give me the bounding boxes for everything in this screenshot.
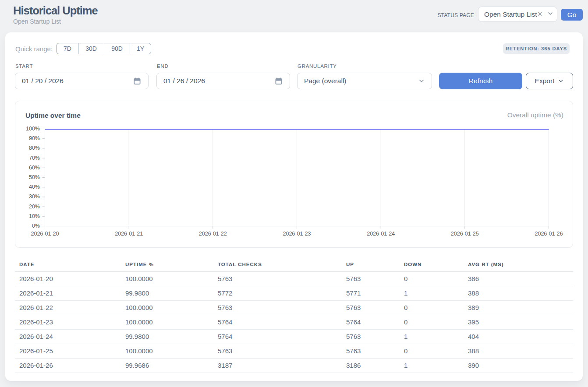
svg-text:40%: 40%	[29, 184, 40, 190]
svg-text:2026-01-24: 2026-01-24	[367, 231, 395, 237]
svg-text:0%: 0%	[32, 223, 40, 229]
svg-text:50%: 50%	[29, 174, 40, 180]
svg-text:90%: 90%	[29, 135, 40, 141]
svg-text:2026-01-25: 2026-01-25	[451, 231, 479, 237]
svg-text:2026-01-26: 2026-01-26	[535, 231, 563, 237]
svg-text:2026-01-20: 2026-01-20	[31, 231, 59, 237]
svg-text:20%: 20%	[29, 204, 40, 210]
svg-text:2026-01-23: 2026-01-23	[283, 231, 311, 237]
svg-text:2026-01-22: 2026-01-22	[199, 231, 227, 237]
svg-text:10%: 10%	[29, 213, 40, 219]
svg-text:100%: 100%	[26, 126, 40, 132]
svg-text:2026-01-21: 2026-01-21	[115, 231, 143, 237]
svg-text:60%: 60%	[29, 165, 40, 171]
svg-text:70%: 70%	[29, 155, 40, 161]
svg-text:30%: 30%	[29, 194, 40, 200]
svg-text:80%: 80%	[29, 145, 40, 151]
